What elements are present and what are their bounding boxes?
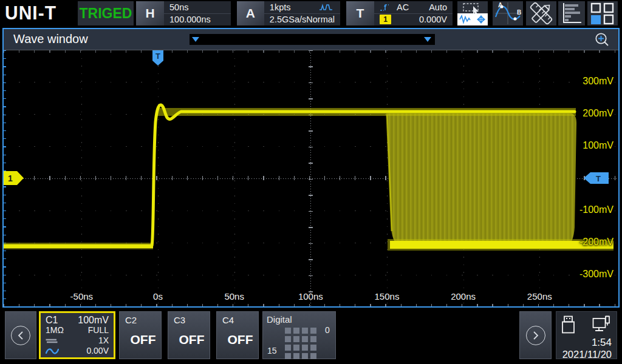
layout-grid-icon xyxy=(587,1,618,25)
select-pan-tool-button[interactable] xyxy=(457,1,488,25)
selection-rect-icon xyxy=(457,1,488,13)
digital-channel-cell xyxy=(293,353,299,359)
channel1-impedance: 1MΩ xyxy=(46,325,64,335)
digital-channel-cell xyxy=(310,328,316,334)
svg-text:T: T xyxy=(596,174,601,183)
trigger-position-marker: T xyxy=(152,50,163,66)
plot-area[interactable]: T T 1 300mV200mV100mV-100mV-200mV-300mV-… xyxy=(4,50,618,306)
channel1-probe: 1X xyxy=(98,335,109,346)
digital-channel-grid xyxy=(285,328,316,359)
voltage-axis-label: -100mV xyxy=(559,204,613,215)
measure-icon xyxy=(526,1,556,25)
digital-channel-cell xyxy=(293,328,299,334)
digital-channel-cell xyxy=(302,336,308,342)
time-axis-label: 150ns xyxy=(363,291,411,302)
channel3-name: C3 xyxy=(174,315,210,325)
digital-channel-cell xyxy=(293,336,299,342)
channel4-name: C4 xyxy=(222,315,258,325)
voltage-axis-label: -200mV xyxy=(559,237,613,248)
timebase-value: 50ns xyxy=(169,2,188,12)
digital-last-channel: 15 xyxy=(267,346,277,356)
cursor-ab-icon: A B xyxy=(493,1,523,25)
acquire-settings-panel[interactable]: A 1kpts 2.5GSa/s Normal xyxy=(237,1,340,25)
digital-channel-cell xyxy=(302,328,308,334)
system-time: 1:54 xyxy=(592,337,612,349)
burst-fill xyxy=(386,113,576,245)
waveform-canvas: T T 1 xyxy=(4,50,618,307)
channel4-state: OFF xyxy=(222,332,258,347)
horizontal-panel-label: H xyxy=(136,1,164,25)
wave-source-dropdown[interactable] xyxy=(190,34,435,45)
dropdown-arrow-right-icon xyxy=(424,37,431,42)
trigger-panel-label: T xyxy=(346,1,374,25)
wave-window: Wave window xyxy=(2,28,620,308)
dropdown-arrow-left-icon xyxy=(192,37,199,42)
digital-channel-cell xyxy=(310,353,316,359)
time-axis-label: 250ns xyxy=(515,291,564,302)
sample-rate-value: 2.5GSa/s xyxy=(270,15,306,24)
svg-text:A: A xyxy=(498,2,502,8)
digital-channel-cell xyxy=(293,345,299,351)
measure-tool-button[interactable] xyxy=(526,1,556,25)
digital-channel-cell xyxy=(302,353,308,359)
svg-text:T: T xyxy=(156,52,160,61)
channel4-box[interactable]: C4 OFF xyxy=(216,311,259,359)
scroll-right-button[interactable] xyxy=(519,311,552,359)
time-axis-label: -50ns xyxy=(57,291,106,302)
channel1-name: C1 xyxy=(46,315,58,325)
voltage-axis-label: 300mV xyxy=(559,76,613,87)
wave-window-header: Wave window xyxy=(4,29,618,50)
svg-text:B: B xyxy=(517,9,521,16)
digital-label: Digital xyxy=(267,314,335,325)
trigger-level-value: 0.000V xyxy=(419,15,447,24)
digital-channels-box[interactable]: Digital 0 15 xyxy=(262,311,336,359)
voltage-axis-label: 200mV xyxy=(559,108,613,119)
time-axis-label: 200ns xyxy=(439,291,488,302)
trigger-settings-panel[interactable]: T AC Auto 1 0.000V xyxy=(346,1,453,25)
wave-pan-icon xyxy=(457,13,488,25)
channel3-state: OFF xyxy=(174,332,210,347)
channel1-scale: 100mV xyxy=(78,315,109,325)
statistics-tool-button[interactable] xyxy=(558,1,585,25)
trigger-coupling-value: AC xyxy=(397,2,409,12)
channel2-name: C2 xyxy=(125,315,161,325)
trigger-edge-icon xyxy=(380,2,393,12)
top-status-bar: UNI-T TRIGED H 50ns 100.000ns A 1kpts 2.… xyxy=(0,0,622,27)
channel3-box[interactable]: C3 OFF xyxy=(168,311,210,359)
digital-first-channel: 0 xyxy=(325,325,330,335)
trigger-source-badge: 1 xyxy=(380,15,391,24)
system-date: 2021/11/20 xyxy=(562,349,612,360)
voltage-axis-label: -300mV xyxy=(559,269,613,280)
svg-text:1: 1 xyxy=(8,174,13,183)
brand-logo: UNI-T xyxy=(5,2,56,24)
channel-status-bar: C1 100mV 1MΩ FULL 1X 0.00V C2 OFF C3 OFF xyxy=(0,309,622,364)
channel1-offset: 0.00V xyxy=(86,346,109,356)
channel1-box[interactable]: C1 100mV 1MΩ FULL 1X 0.00V xyxy=(39,311,115,359)
time-axis-label: 100ns xyxy=(286,291,335,302)
sine-icon xyxy=(46,348,59,355)
usb-device-icon xyxy=(561,315,576,334)
horizontal-offset-value: 100.000ns xyxy=(169,15,211,24)
voltage-axis-label: 100mV xyxy=(559,140,613,151)
system-status-box: 1:54 2021/11/20 xyxy=(556,311,617,359)
trigger-status-badge: TRIGED xyxy=(78,1,134,25)
magnifier-icon[interactable] xyxy=(594,32,610,47)
channel1-bandwidth: FULL xyxy=(88,325,109,335)
digital-channel-cell xyxy=(310,336,316,342)
acquire-mode-value: Normal xyxy=(306,15,335,24)
digital-channel-cell xyxy=(285,353,291,359)
channel2-box[interactable]: C2 OFF xyxy=(119,311,162,359)
time-axis-label: 50ns xyxy=(210,291,259,302)
scroll-left-button[interactable] xyxy=(5,311,36,359)
trigger-level-marker: T xyxy=(584,172,609,184)
digital-channel-cell xyxy=(285,328,291,334)
channel1-reference-marker: 1 xyxy=(4,171,24,185)
digital-channel-cell xyxy=(302,345,308,351)
chevron-left-icon xyxy=(11,326,30,345)
layout-grid-button[interactable] xyxy=(587,1,618,25)
digital-channel-cell xyxy=(310,345,316,351)
horizontal-settings-panel[interactable]: H 50ns 100.000ns xyxy=(136,1,231,25)
remote-display-icon xyxy=(592,315,610,334)
time-axis-label: 0s xyxy=(134,291,182,302)
cursor-ab-tool-button[interactable]: A B xyxy=(493,1,523,25)
